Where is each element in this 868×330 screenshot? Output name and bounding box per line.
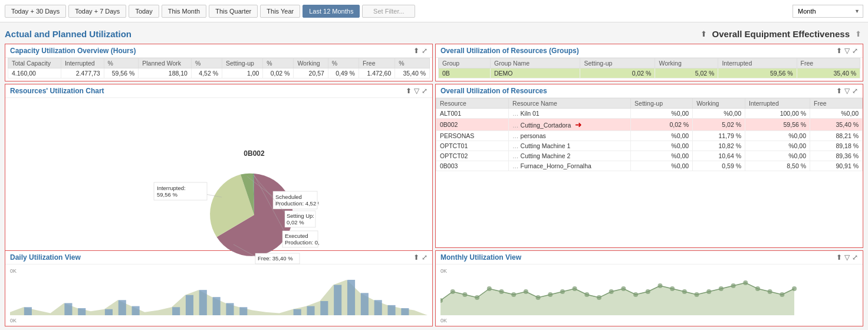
cell-planned-work: 188,10 [139,68,192,79]
resources-header-row: Resource Resource Name Setting-up Workin… [436,99,863,109]
res-cell-free-2: 88,21 % [810,131,863,141]
resources-row-PERSONAS: PERSONAS …personas %0,00 11,79 % %0,00 8… [436,131,863,141]
svg-point-30 [524,289,528,294]
label-scheduled-1: Scheduled [275,194,302,200]
toolbar-btn-thisquarter[interactable]: This Quarter [209,5,258,18]
svg-rect-4 [105,309,113,315]
capacity-upload-icon[interactable]: ⬆ [413,47,419,55]
resources-filter-icon[interactable]: ▽ [844,87,850,95]
res-cell-setup-5: %0,00 [631,161,693,171]
res-col-setting-up: Setting-up [631,99,693,109]
res-cell-setup-2: %0,00 [631,131,693,141]
col-free-pct: % [395,58,430,68]
left-section-title: Actual and Planned Utilization [5,29,131,39]
monthly-view-panel: Monthly Utilization View ⬆ ▽ ⤢ 0K 0K [435,250,863,326]
res-col-name: Resource Name [509,99,631,109]
res-cell-working-4: 10,64 % [693,151,745,161]
toolbar-btn-7days[interactable]: Today + 7 Days [68,5,126,18]
right-title-area: ⬆ Overall Equipment Effectiveness ⬆ [699,29,863,39]
svg-rect-5 [119,300,126,315]
toolbar-btn-thisyear[interactable]: This Year [260,5,300,18]
monthly-filter-icon[interactable]: ▽ [844,253,850,262]
resources-expand-icon[interactable]: ⤢ [852,87,858,95]
toolbar-btn-30days[interactable]: Today + 30 Days [5,5,66,18]
monthly-chart-svg [440,274,858,315]
period-dropdown-wrapper: Month Week Day ▼ [793,5,863,18]
svg-rect-7 [172,307,180,315]
toolbar-btn-today[interactable]: Today [129,5,159,18]
svg-rect-18 [361,293,369,315]
right-section-title: Overall Equipment Effectiveness [712,29,850,39]
groups-expand-icon[interactable]: ⤢ [852,47,858,55]
overall-resources-title: Overall Utilization of Resources [440,87,834,95]
right-upload-icon[interactable]: ⬆ [853,29,863,39]
toolbar-btn-thismonth[interactable]: This Month [162,5,206,18]
monthly-y-label-bottom: 0K [440,318,447,324]
svg-point-39 [633,292,638,297]
chart-expand-icon[interactable]: ⤢ [422,87,428,95]
red-arrow-icon: ➜ [575,120,582,129]
resources-row-0B002: 0B002 …Cutting_Cortadora ➜ 0,02 % 5,02 %… [436,119,863,131]
daily-expand-icon[interactable]: ⤢ [422,253,428,262]
monthly-panel-header: Monthly Utilization View ⬆ ▽ ⤢ [436,251,863,264]
res-cell-working-5: 0,59 % [693,161,745,171]
left-upload-icon[interactable]: ⬆ [699,29,709,39]
svg-point-36 [597,295,601,300]
cell-total-capacity: 4.160,00 [8,68,61,79]
res-cell-resource-1: 0B002 [436,119,509,131]
svg-point-24 [451,289,455,294]
resources-upload-icon[interactable]: ⬆ [836,87,842,95]
capacity-overview-panel: Capacity Utilization Overview (Hours) ⬆ … [5,44,433,81]
label-executed-1: Executed [285,233,308,239]
monthly-upload-icon[interactable]: ⬆ [836,253,842,262]
res-cell-free-3: 89,18 % [810,141,863,151]
daily-y-label: 0K [10,268,17,274]
cell-setting-up: 1,00 [222,68,263,79]
capacity-row: 4.160,00 2.477,73 59,56 % 188,10 4,52 % … [8,68,430,79]
chart-upload-icon[interactable]: ⬆ [406,87,412,95]
svg-point-46 [719,286,724,291]
resources-row-ALT001: ALT001 …Kiln 01 %0,00 %0,00 100,00 % %0,… [436,109,863,119]
svg-point-37 [609,289,614,294]
overall-resources-header: Overall Utilization of Resources ⬆ ▽ ⤢ [436,84,863,98]
daily-upload-icon[interactable]: ⬆ [413,253,419,262]
capacity-expand-icon[interactable]: ⤢ [422,47,428,55]
svg-point-40 [646,289,650,294]
svg-marker-22 [440,283,794,315]
svg-point-31 [536,295,541,300]
svg-point-49 [755,286,760,291]
res-col-interrupted: Interrupted [745,99,810,109]
set-filter-button[interactable]: Set Filter... [362,5,415,18]
svg-point-27 [487,286,492,291]
res-cell-interrupted-5: 8,50 % [745,161,810,171]
capacity-panel-header: Capacity Utilization Overview (Hours) ⬆ … [5,44,432,58]
svg-rect-3 [78,308,86,315]
period-dropdown[interactable]: Month Week Day [793,5,863,18]
svg-point-28 [499,289,504,294]
res-cell-free-5: 90,91 % [810,161,863,171]
groups-cell-group: 0B [439,68,491,79]
res-cell-free-4: 89,36 % [810,151,863,161]
svg-rect-21 [401,308,409,315]
res-cell-name-2: …personas [509,131,631,141]
svg-rect-6 [132,306,140,315]
monthly-y-label-top: 0K [440,268,447,274]
col-free: Free [359,58,394,68]
res-cell-interrupted-1: 59,56 % [745,119,810,131]
label-interrupted-2: 59,56 % [157,191,177,198]
toolbar-btn-last12months[interactable]: Last 12 Months [303,5,360,18]
cell-planned-pct: 4,52 % [191,68,222,79]
overall-groups-panel: Overall Utilization of Resources (Groups… [435,44,863,81]
label-interrupted-1: Interrupted: [157,185,186,191]
col-interrupted: Interrupted [61,58,104,68]
groups-row-0B: 0B DEMO 0,02 % 5,02 % 59,56 % 35,40 % [439,68,860,79]
chart-filter-icon[interactable]: ▽ [414,87,419,95]
groups-upload-icon[interactable]: ⬆ [836,47,842,55]
svg-point-52 [792,286,797,291]
cell-setting-up-pct: 0,02 % [263,68,294,79]
main-content: Actual and Planned Utilization ⬆ Overall… [0,22,868,330]
res-cell-working-1: 5,02 % [693,119,745,131]
daily-chart-svg [10,274,428,315]
groups-filter-icon[interactable]: ▽ [844,47,850,55]
monthly-expand-icon[interactable]: ⤢ [852,253,858,262]
